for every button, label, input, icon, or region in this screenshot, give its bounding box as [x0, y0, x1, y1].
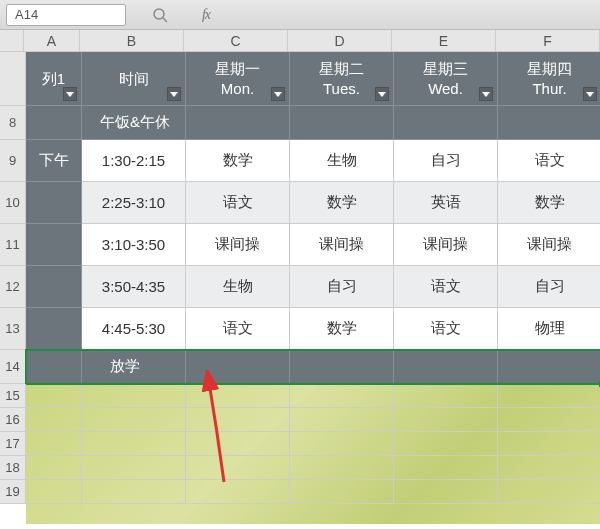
row-header[interactable]: 18: [0, 456, 26, 480]
cell[interactable]: [82, 432, 186, 456]
row-header[interactable]: 8: [0, 106, 26, 140]
time-cell[interactable]: 3:50-4:35: [82, 266, 186, 308]
fx-icon[interactable]: fx: [194, 3, 218, 27]
col-header-A[interactable]: A: [24, 30, 80, 52]
row-header[interactable]: 9: [0, 140, 26, 182]
cell[interactable]: 语文: [186, 182, 290, 224]
hdr-cell[interactable]: 时间: [82, 52, 186, 106]
cell[interactable]: [290, 432, 394, 456]
cell[interactable]: [26, 106, 82, 140]
row-header[interactable]: 11: [0, 224, 26, 266]
cell[interactable]: 课间操: [498, 224, 600, 266]
afternoon-cell[interactable]: [26, 266, 82, 308]
cell[interactable]: [82, 384, 186, 408]
time-cell[interactable]: 2:25-3:10: [82, 182, 186, 224]
filter-dropdown-icon[interactable]: [479, 87, 493, 101]
cell[interactable]: [290, 106, 394, 140]
cell[interactable]: [186, 456, 290, 480]
cell[interactable]: [394, 456, 498, 480]
cell[interactable]: [498, 432, 600, 456]
cell[interactable]: [290, 480, 394, 504]
cell[interactable]: [498, 350, 600, 384]
cell[interactable]: [186, 480, 290, 504]
row-header[interactable]: 12: [0, 266, 26, 308]
cell[interactable]: [290, 384, 394, 408]
hdr-cell[interactable]: 星期一 Mon.: [186, 52, 290, 106]
hdr-cell[interactable]: 星期二 Tues.: [290, 52, 394, 106]
cell[interactable]: [26, 456, 82, 480]
cell[interactable]: 课间操: [394, 224, 498, 266]
filter-dropdown-icon[interactable]: [63, 87, 77, 101]
cell[interactable]: [82, 456, 186, 480]
filter-dropdown-icon[interactable]: [271, 87, 285, 101]
col-header-F[interactable]: F: [496, 30, 600, 52]
cell[interactable]: 自习: [394, 140, 498, 182]
filter-dropdown-icon[interactable]: [167, 87, 181, 101]
cell[interactable]: [394, 408, 498, 432]
cell[interactable]: 自习: [290, 266, 394, 308]
cell[interactable]: [26, 480, 82, 504]
dismiss-label[interactable]: 放学: [82, 350, 186, 384]
hdr-cell[interactable]: 星期三 Wed.: [394, 52, 498, 106]
cell[interactable]: [26, 350, 82, 384]
cell[interactable]: 课间操: [186, 224, 290, 266]
afternoon-cell[interactable]: [26, 224, 82, 266]
cell[interactable]: [394, 432, 498, 456]
row-header[interactable]: 13: [0, 308, 26, 350]
cell[interactable]: [498, 408, 600, 432]
cell[interactable]: [394, 350, 498, 384]
cell[interactable]: [26, 408, 82, 432]
cell[interactable]: 数学: [290, 308, 394, 350]
cell[interactable]: [498, 480, 600, 504]
row-header[interactable]: 17: [0, 432, 26, 456]
cell[interactable]: [394, 106, 498, 140]
col-header-B[interactable]: B: [80, 30, 184, 52]
row-header[interactable]: 15: [0, 384, 26, 408]
cell[interactable]: 自习: [498, 266, 600, 308]
cell[interactable]: [82, 408, 186, 432]
cell[interactable]: 语文: [394, 266, 498, 308]
cell[interactable]: 英语: [394, 182, 498, 224]
cell[interactable]: 生物: [290, 140, 394, 182]
cell[interactable]: [26, 432, 82, 456]
filter-dropdown-icon[interactable]: [583, 87, 597, 101]
afternoon-cell[interactable]: [26, 182, 82, 224]
cell-reference-box[interactable]: A14: [6, 4, 126, 26]
cell[interactable]: 课间操: [290, 224, 394, 266]
cell[interactable]: [186, 432, 290, 456]
cell[interactable]: 语文: [498, 140, 600, 182]
hdr-cell[interactable]: 列1: [26, 52, 82, 106]
cell[interactable]: [290, 350, 394, 384]
row-header[interactable]: 10: [0, 182, 26, 224]
cell[interactable]: 生物: [186, 266, 290, 308]
cell[interactable]: 语文: [394, 308, 498, 350]
cell[interactable]: [186, 384, 290, 408]
cell[interactable]: [498, 384, 600, 408]
col-header-E[interactable]: E: [392, 30, 496, 52]
cell[interactable]: 物理: [498, 308, 600, 350]
row-header[interactable]: 14: [0, 350, 26, 384]
col-header-D[interactable]: D: [288, 30, 392, 52]
cell[interactable]: [290, 456, 394, 480]
cell[interactable]: [26, 384, 82, 408]
col-header-C[interactable]: C: [184, 30, 288, 52]
cell[interactable]: 数学: [186, 140, 290, 182]
lunch-label[interactable]: 午饭&午休: [82, 106, 186, 140]
cell[interactable]: [186, 408, 290, 432]
time-cell[interactable]: 1:30-2:15: [82, 140, 186, 182]
row-header[interactable]: 16: [0, 408, 26, 432]
afternoon-cell[interactable]: 下午: [26, 140, 82, 182]
cell[interactable]: [82, 480, 186, 504]
select-all-corner[interactable]: [0, 30, 24, 52]
cell[interactable]: 数学: [498, 182, 600, 224]
cell[interactable]: [394, 480, 498, 504]
search-icon[interactable]: [148, 3, 172, 27]
cell[interactable]: [186, 106, 290, 140]
cell[interactable]: 数学: [290, 182, 394, 224]
cell[interactable]: 语文: [186, 308, 290, 350]
cell[interactable]: [394, 384, 498, 408]
cell[interactable]: [498, 106, 600, 140]
filter-dropdown-icon[interactable]: [375, 87, 389, 101]
row-header[interactable]: 19: [0, 480, 26, 504]
cell[interactable]: [186, 350, 290, 384]
